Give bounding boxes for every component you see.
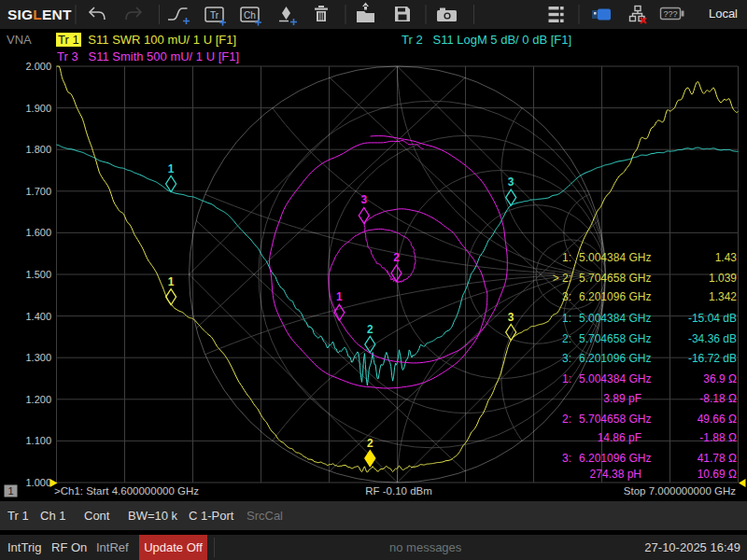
svg-text:5.704658 GHz: 5.704658 GHz: [579, 332, 651, 345]
svg-text:1.500: 1.500: [25, 269, 51, 280]
svg-text:5.704658 GHz: 5.704658 GHz: [579, 413, 651, 426]
svg-text:-34.36 dB: -34.36 dB: [688, 332, 737, 345]
svg-text:3: 3: [360, 193, 367, 206]
svg-text:3:: 3:: [562, 352, 571, 365]
svg-text:3: 3: [508, 311, 514, 324]
svg-text:1:: 1:: [562, 251, 571, 264]
svg-text:1.039: 1.039: [709, 272, 737, 285]
svg-text:36.9 Ω: 36.9 Ω: [703, 372, 737, 385]
svg-text:-1.88 Ω: -1.88 Ω: [699, 431, 737, 444]
svg-text:1.342: 1.342: [709, 290, 737, 303]
svg-text:6.201096 GHz: 6.201096 GHz: [579, 352, 651, 365]
svg-text:2: 2: [367, 437, 374, 450]
svg-text:1.800: 1.800: [25, 144, 51, 155]
svg-text:???: ???: [663, 9, 677, 19]
svg-text:41.78 Ω: 41.78 Ω: [698, 452, 737, 465]
svg-text:-8.18 Ω: -8.18 Ω: [699, 392, 737, 405]
svg-text:2:: 2:: [562, 332, 571, 345]
svg-text:3:: 3:: [562, 452, 571, 465]
svg-text:5.704658 GHz: 5.704658 GHz: [579, 272, 651, 285]
svg-text:5.004384 GHz: 5.004384 GHz: [579, 251, 651, 264]
svg-text:-15.04 dB: -15.04 dB: [688, 312, 737, 325]
svg-text:274.38 pH: 274.38 pH: [590, 468, 641, 481]
svg-text:2.000: 2.000: [25, 61, 51, 72]
svg-text:1.000: 1.000: [25, 477, 51, 488]
svg-text:2: 2: [393, 251, 400, 264]
svg-text:Tr: Tr: [210, 10, 219, 21]
svg-text:10.69 Ω: 10.69 Ω: [698, 468, 737, 481]
svg-text:49.66 Ω: 49.66 Ω: [698, 413, 737, 426]
svg-text:1.700: 1.700: [25, 186, 51, 197]
svg-text:1.43: 1.43: [715, 251, 738, 264]
svg-text:6.201096 GHz: 6.201096 GHz: [579, 290, 651, 303]
svg-text:1.600: 1.600: [25, 227, 51, 238]
svg-text:>Ch1: Start 4.600000000 GHz: >Ch1: Start 4.600000000 GHz: [54, 485, 199, 497]
svg-text:1: 1: [7, 485, 13, 497]
svg-text:1.400: 1.400: [25, 311, 51, 322]
svg-text:1: 1: [168, 275, 175, 288]
svg-text:2: 2: [367, 323, 374, 336]
svg-text:1.900: 1.900: [25, 103, 51, 114]
svg-text:1.100: 1.100: [25, 435, 51, 446]
svg-text:1.200: 1.200: [25, 394, 51, 405]
svg-text:1:: 1:: [562, 372, 571, 385]
svg-text:5.004384 GHz: 5.004384 GHz: [579, 372, 651, 385]
svg-text:5.004384 GHz: 5.004384 GHz: [579, 312, 651, 325]
svg-text:1: 1: [336, 290, 343, 303]
svg-text:6.201096 GHz: 6.201096 GHz: [579, 452, 651, 465]
svg-text:-16.72 dB: -16.72 dB: [688, 352, 737, 365]
svg-text:1:: 1:: [562, 312, 571, 325]
svg-text:14.86 pF: 14.86 pF: [598, 431, 641, 444]
svg-text:Ch: Ch: [244, 10, 256, 21]
svg-text:2:: 2:: [562, 413, 571, 426]
svg-text:3.89 pF: 3.89 pF: [603, 392, 641, 405]
svg-text:1.300: 1.300: [25, 352, 51, 363]
svg-text:3: 3: [508, 175, 514, 189]
svg-text:RF -0.10 dBm: RF -0.10 dBm: [365, 485, 432, 497]
svg-text:> 2:: > 2:: [553, 272, 571, 285]
svg-text:Stop 7.000000000 GHz: Stop 7.000000000 GHz: [624, 485, 736, 497]
svg-text:3:: 3:: [562, 290, 571, 303]
svg-text:1: 1: [168, 162, 175, 175]
